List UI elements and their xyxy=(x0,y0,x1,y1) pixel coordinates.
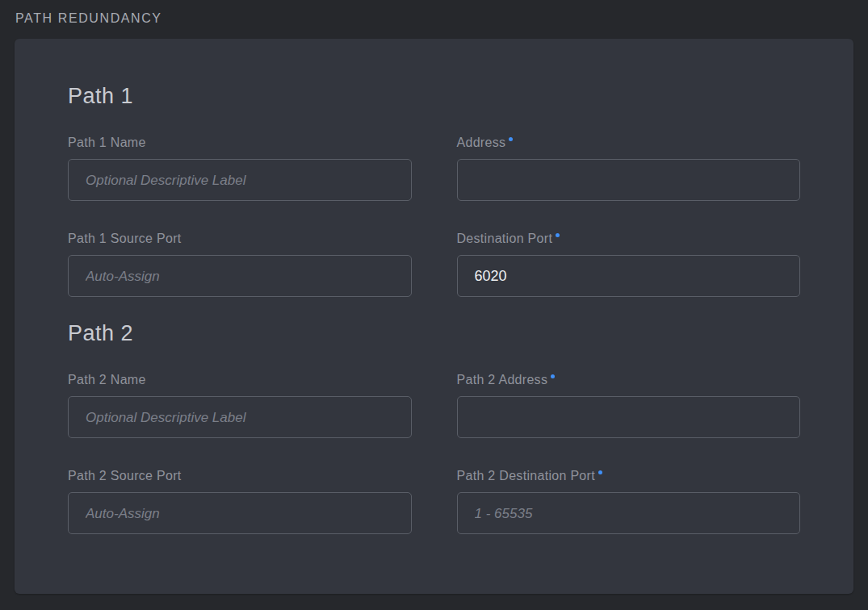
path-2-fields-grid: Path 2 Name Path 2 Address Path 2 Source… xyxy=(68,373,800,534)
path-2-address-input[interactable] xyxy=(457,396,801,438)
path-2-source-port-input[interactable] xyxy=(68,492,412,534)
required-indicator-dot xyxy=(551,374,555,378)
path-redundancy-card: Path 1 Path 1 Name Address Path 1 Source… xyxy=(15,39,853,594)
field-path-1-address: Address xyxy=(457,136,801,201)
path-1-source-port-label: Path 1 Source Port xyxy=(68,232,412,246)
field-path-1-source-port: Path 1 Source Port xyxy=(68,232,412,297)
path-1-destination-port-label: Destination Port xyxy=(457,232,801,246)
field-path-2-destination-port: Path 2 Destination Port xyxy=(457,469,801,534)
path-1-source-port-input[interactable] xyxy=(68,255,412,297)
path-2-address-label: Path 2 Address xyxy=(457,373,801,387)
path-2-source-port-label: Path 2 Source Port xyxy=(68,469,412,483)
path-2-name-input[interactable] xyxy=(68,396,412,438)
required-indicator-dot xyxy=(556,233,560,237)
path-redundancy-page: PATH REDUNDANCY Path 1 Path 1 Name Addre… xyxy=(0,0,868,610)
path-1-address-label-text: Address xyxy=(457,136,506,149)
field-path-1-destination-port: Destination Port xyxy=(457,232,801,297)
required-indicator-dot xyxy=(509,137,513,141)
section-heading-path-1: Path 1 xyxy=(68,84,800,109)
path-2-destination-port-label: Path 2 Destination Port xyxy=(457,469,801,483)
path-1-name-label: Path 1 Name xyxy=(68,136,412,150)
path-2-name-label: Path 2 Name xyxy=(68,373,412,387)
required-indicator-dot xyxy=(598,470,602,474)
path-1-address-label: Address xyxy=(457,136,801,150)
path-1-fields-grid: Path 1 Name Address Path 1 Source Port D… xyxy=(68,136,800,297)
field-path-2-address: Path 2 Address xyxy=(457,373,801,438)
field-path-1-name: Path 1 Name xyxy=(68,136,412,201)
path-1-name-input[interactable] xyxy=(68,159,412,201)
field-path-2-name: Path 2 Name xyxy=(68,373,412,438)
path-2-destination-port-input[interactable] xyxy=(457,492,801,534)
path-1-address-input[interactable] xyxy=(457,159,801,201)
path-2-address-label-text: Path 2 Address xyxy=(457,373,548,386)
path-1-destination-port-label-text: Destination Port xyxy=(457,232,553,245)
path-1-destination-port-input[interactable] xyxy=(457,255,801,297)
page-title: PATH REDUNDANCY xyxy=(15,11,853,26)
section-heading-path-2: Path 2 xyxy=(68,321,800,346)
field-path-2-source-port: Path 2 Source Port xyxy=(68,469,412,534)
path-2-destination-port-label-text: Path 2 Destination Port xyxy=(457,469,595,483)
